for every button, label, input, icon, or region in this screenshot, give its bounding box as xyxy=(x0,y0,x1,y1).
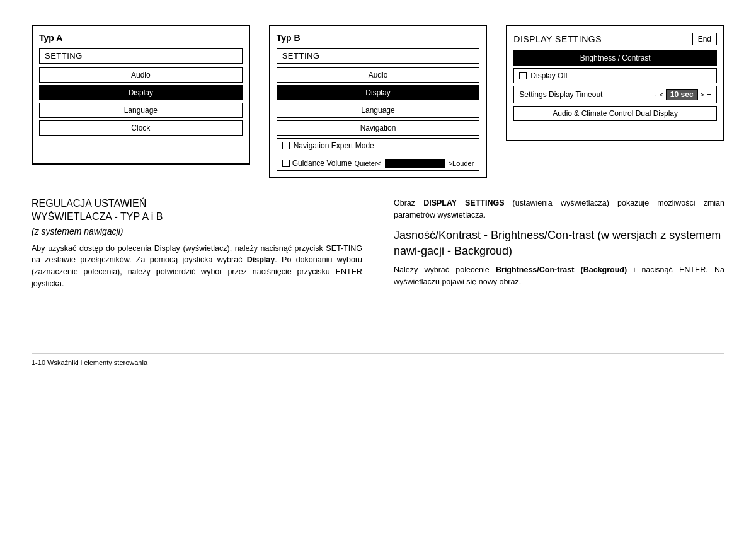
spacer xyxy=(32,290,724,328)
heading-text1: REGULACJA USTAWIEŃ xyxy=(32,198,146,209)
ds-end-button[interactable]: End xyxy=(692,33,717,45)
guidance-label: Guidance Volume xyxy=(292,159,352,168)
type-b-header: SETTING xyxy=(277,48,480,64)
ds-audio-row[interactable]: Audio & Climate Control Dual Display xyxy=(513,106,717,121)
type-a-audio[interactable]: Audio xyxy=(39,67,243,83)
timeout-value: 10 sec xyxy=(666,89,698,100)
heading-text2: WYŚWIETLACZA - TYP A i B xyxy=(32,211,163,222)
type-b-nav-expert-row: Navigation Expert Mode xyxy=(277,138,480,153)
bottom-left: REGULACJA USTAWIEŃ WYŚWIETLACZA - TYP A … xyxy=(32,197,362,290)
ds-title: DISPLAY SETTINGS xyxy=(513,34,602,44)
subheading: (z systemem nawigacji) xyxy=(32,226,362,236)
timeout-label: Settings Display Timeout xyxy=(519,90,602,99)
ds-timeout-row: Settings Display Timeout - < 10 sec > + xyxy=(513,86,717,103)
type-b-display[interactable]: Display xyxy=(277,85,480,100)
type-b-language[interactable]: Language xyxy=(277,103,480,118)
type-a-display[interactable]: Display xyxy=(39,85,243,100)
timeout-dash: - xyxy=(654,90,656,99)
display-settings-box: DISPLAY SETTINGS End Brightness / Contra… xyxy=(506,25,724,141)
type-b-audio[interactable]: Audio xyxy=(277,67,480,83)
bottom-section: REGULACJA USTAWIEŃ WYŚWIETLACZA - TYP A … xyxy=(32,197,724,290)
type-b-box: Typ B SETTING Audio Display Language Nav… xyxy=(269,25,488,178)
ds-brightness[interactable]: Brightness / Contrast xyxy=(513,50,717,66)
display-off-checkbox[interactable] xyxy=(519,72,527,79)
nav-expert-label: Navigation Expert Mode xyxy=(294,141,374,150)
type-a-clock[interactable]: Clock xyxy=(39,120,243,136)
timeout-arrow-left[interactable]: < xyxy=(659,91,663,98)
type-b-navigation[interactable]: Navigation xyxy=(277,120,480,136)
type-a-language[interactable]: Language xyxy=(39,103,243,118)
guidance-volume-row: Guidance Volume Quieter< >Louder xyxy=(277,156,480,171)
bottom-right: Obraz DISPLAY SETTINGS (ustawienia wyświ… xyxy=(394,197,724,290)
nav-expert-checkbox[interactable] xyxy=(282,142,290,149)
type-a-label: Typ A xyxy=(39,33,243,43)
timeout-arrow-right[interactable]: > xyxy=(701,91,704,98)
timeout-plus[interactable]: + xyxy=(707,90,711,99)
heading-line1: REGULACJA USTAWIEŃ WYŚWIETLACZA - TYP A … xyxy=(32,197,362,224)
louder-label: >Louder xyxy=(449,160,474,167)
brightness-heading: Jasność/Kontrast - Brightness/Con-trast … xyxy=(394,228,724,259)
guidance-checkbox[interactable] xyxy=(282,160,290,167)
type-a-header: SETTING xyxy=(39,48,243,64)
footer-text: 1-10 Wskaźniki i elementy sterowania xyxy=(32,359,147,366)
ds-header-row: DISPLAY SETTINGS End xyxy=(513,33,717,45)
quieter-label: Quieter< xyxy=(354,160,381,167)
display-off-label: Display Off xyxy=(530,71,567,80)
timeout-controls: - < 10 sec > + xyxy=(654,89,711,100)
top-section: Typ A SETTING Audio Display Language Clo… xyxy=(32,25,724,178)
footer: 1-10 Wskaźniki i elementy sterowania xyxy=(32,353,724,366)
bottom-right-intro: Obraz DISPLAY SETTINGS (ustawienia wyświ… xyxy=(394,197,724,221)
ds-display-off-row: Display Off xyxy=(513,68,717,83)
type-b-label: Typ B xyxy=(277,33,480,43)
type-a-box: Typ A SETTING Audio Display Language Clo… xyxy=(32,25,250,165)
brightness-body: Należy wybrać polecenie Brightness/Con-t… xyxy=(394,264,724,288)
guidance-bar xyxy=(385,159,445,168)
bottom-left-body: Aby uzyskać dostęp do polecenia Display … xyxy=(32,243,362,290)
